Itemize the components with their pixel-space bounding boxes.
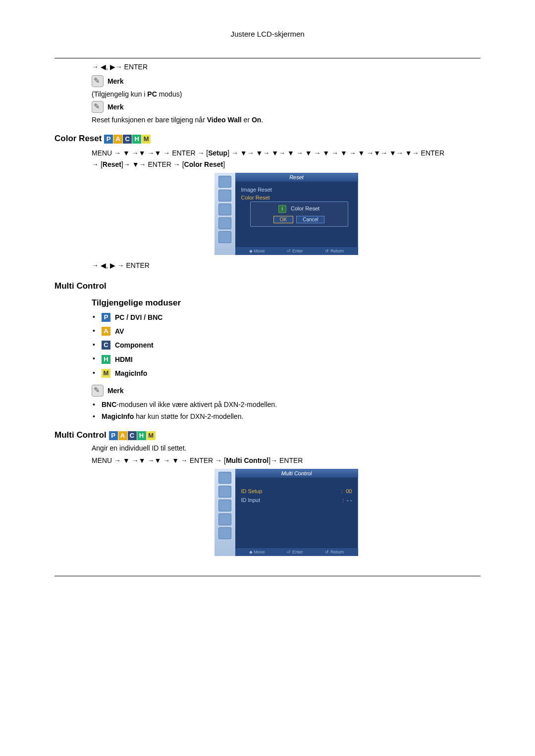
mode-item: A AV xyxy=(92,327,481,336)
badge-h-icon: H xyxy=(137,431,146,440)
osd-row-id-setup: ID Setup : 00 xyxy=(241,487,352,496)
badge-a-icon: A xyxy=(113,135,122,144)
info-icon: i xyxy=(278,205,286,213)
section-color-reset: Color Reset PACHM xyxy=(54,134,481,144)
mode-label: AV xyxy=(115,327,124,335)
nav-sequence-multi-control: MENU → ▼ →▼ →▼ → ▼ → ENTER → [Multi Cont… xyxy=(92,455,481,466)
note-text-1: (Tilgjengelig kun i PC modus) xyxy=(92,90,481,98)
badge-h-icon: H xyxy=(132,135,141,144)
section-multi-control: Multi Control xyxy=(54,281,481,291)
mode-label: PC / DVI / BNC xyxy=(115,313,162,321)
page-header: Justere LCD-skjermen xyxy=(54,30,481,38)
osd-hint-return: ↺ Return xyxy=(325,249,344,253)
note-label: Merk xyxy=(107,103,124,111)
osd-cancel-button: Cancel xyxy=(296,216,324,223)
osd-sidebar-icon xyxy=(218,513,231,525)
footer-rule xyxy=(54,576,481,576)
osd-sidebar-icon xyxy=(218,500,231,511)
osd-hint-move: ◆ Move xyxy=(249,249,265,253)
osd-ok-button: OK xyxy=(273,216,293,223)
osd-hint-enter: ⏎ Enter xyxy=(287,550,303,554)
badge-h-icon: H xyxy=(102,355,110,364)
osd-menu-item: Image Reset xyxy=(241,186,352,194)
osd-sidebar-icon xyxy=(218,231,231,243)
mode-item: M MagicInfo xyxy=(92,369,481,378)
nav-sequence-color-reset: MENU → ▼ →▼ →▼ → ENTER → [Setup] → ▼→ ▼→… xyxy=(92,148,481,170)
osd-screenshot-reset: Reset Image Reset Color Reset i Color Re… xyxy=(214,173,358,255)
badge-c-icon: C xyxy=(102,341,110,350)
multi-control-desc: Angir en individuell ID til settet. xyxy=(92,444,481,452)
badge-c-icon: C xyxy=(123,135,132,144)
nav-sequence-after-osd: → ◀, ▶ → ENTER xyxy=(92,260,481,271)
note-label: Merk xyxy=(107,387,124,395)
badge-m-icon: M xyxy=(147,431,156,440)
mode-label: MagicInfo xyxy=(115,369,147,377)
note-text-2: Reset funksjonen er bare tilgjeng når Vi… xyxy=(92,116,481,124)
osd-row-id-input: ID Input : - - xyxy=(241,496,352,504)
mode-list: P PC / DVI / BNC A AV C Component H HDMI… xyxy=(92,313,481,378)
badge-c-icon: C xyxy=(128,431,137,440)
osd-screenshot-multi-control: Multi Control ID Setup : 00 ID Input : -… xyxy=(214,469,358,556)
note-icon xyxy=(92,101,104,113)
badge-a-icon: A xyxy=(118,431,127,440)
osd-sidebar-icon xyxy=(218,190,231,202)
badge-m-icon: M xyxy=(102,369,110,378)
section-multi-control-2: Multi Control PACHM xyxy=(54,430,481,440)
osd-menu-item-selected: Color Reset xyxy=(241,194,352,202)
osd-hint-enter: ⏎ Enter xyxy=(287,249,303,253)
osd-hint-return: ↺ Return xyxy=(325,550,344,554)
badge-a-icon: A xyxy=(102,327,110,336)
badge-p-icon: P xyxy=(104,135,113,144)
osd-sidebar-icon xyxy=(218,472,231,484)
note-label: Merk xyxy=(107,77,124,85)
osd-sidebar-icon xyxy=(218,176,231,188)
badge-p-icon: P xyxy=(109,431,118,440)
nav-sequence-intro: → ◀, ▶→ ENTER xyxy=(92,61,481,72)
note-item: MagicInfo har kun støtte for DXN-2-model… xyxy=(92,412,481,420)
mode-item: C Component xyxy=(92,341,481,350)
osd-title: Multi Control xyxy=(235,469,358,478)
note-icon xyxy=(92,385,104,397)
osd-sidebar-icon xyxy=(218,527,231,539)
badge-m-icon: M xyxy=(142,135,151,144)
subsection-available-modes: Tilgjengelige moduser xyxy=(92,298,481,308)
osd-sidebar-icon xyxy=(218,203,231,215)
osd-hint-move: ◆ Move xyxy=(249,550,265,554)
mode-label: HDMI xyxy=(115,355,133,363)
header-rule xyxy=(54,58,481,58)
osd-title: Reset xyxy=(235,173,358,182)
osd-sidebar-icon xyxy=(218,486,231,498)
mode-item: P PC / DVI / BNC xyxy=(92,313,481,322)
badge-p-icon: P xyxy=(102,313,110,322)
mode-label: Component xyxy=(115,341,154,349)
osd-confirm-dialog: i Color Reset OK Cancel xyxy=(250,202,348,227)
osd-sidebar-icon xyxy=(218,217,231,229)
osd-dialog-title: Color Reset xyxy=(291,205,320,211)
note-list: BNC-modusen vil ikke være aktivert på DX… xyxy=(92,401,481,420)
mode-item: H HDMI xyxy=(92,354,481,363)
note-item: BNC-modusen vil ikke være aktivert på DX… xyxy=(92,401,481,408)
note-icon xyxy=(92,75,104,87)
